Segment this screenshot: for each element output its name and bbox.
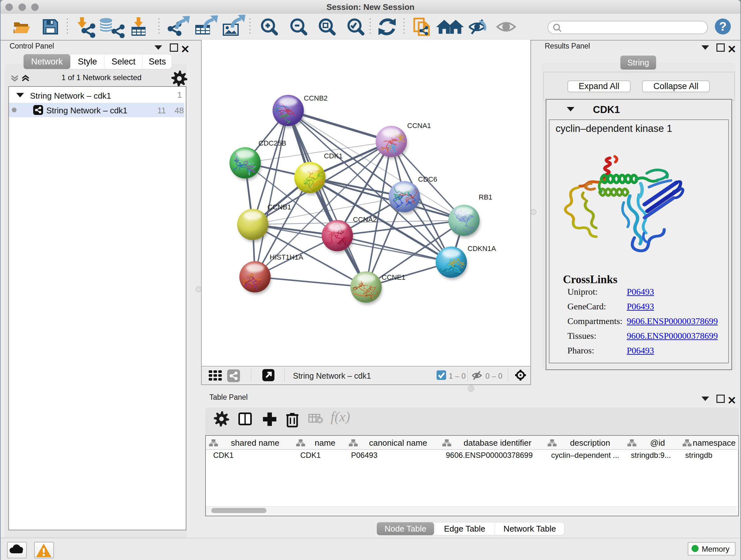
svg-text:CDC6: CDC6 xyxy=(418,175,437,183)
svg-text:CCNA1: CCNA1 xyxy=(407,122,431,130)
svg-text:CDC25B: CDC25B xyxy=(259,139,286,147)
svg-text:CDKN1A: CDKN1A xyxy=(468,245,496,253)
svg-text:RB1: RB1 xyxy=(479,193,492,201)
svg-text:CCNB1: CCNB1 xyxy=(267,203,291,211)
svg-text:CDK1: CDK1 xyxy=(324,152,343,160)
svg-text:CCNA2: CCNA2 xyxy=(353,215,377,224)
svg-text:CCNB2: CCNB2 xyxy=(304,94,328,102)
svg-text:CCNE1: CCNE1 xyxy=(382,273,406,281)
svg-text:HIST1H1A: HIST1H1A xyxy=(270,253,303,261)
